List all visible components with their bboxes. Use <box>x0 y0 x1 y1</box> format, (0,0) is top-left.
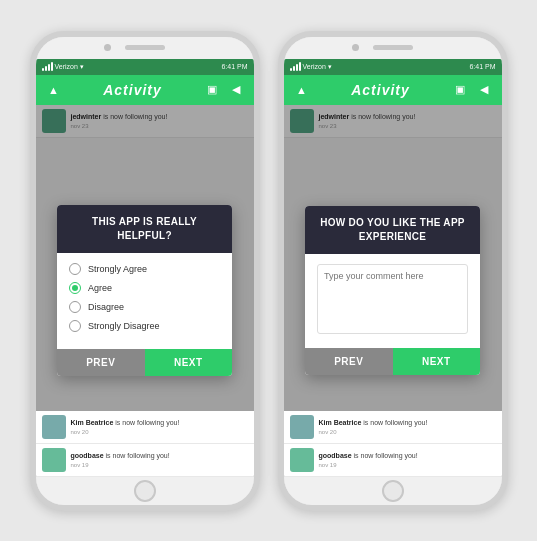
phone-screen: Verizon ▾ 6:41 PM ▲ Activity ▣ ◀ j <box>36 59 254 477</box>
feed-background-2: jedwinter is now following you! nov 23 H… <box>284 105 502 477</box>
label-agree: Agree <box>88 283 112 293</box>
feed-item-3: goodbase is now following you! nov 19 <box>36 444 254 477</box>
speaker <box>125 45 165 50</box>
avatar-2-2 <box>290 415 314 439</box>
feed-text-2-2: Kim Beatrice is now following you! <box>319 418 428 427</box>
label-strongly-agree: Strongly Agree <box>88 264 147 274</box>
front-camera <box>104 44 111 51</box>
speaker-2 <box>373 45 413 50</box>
modal-buttons-2: PREV NEXT <box>305 348 480 375</box>
wifi-icon-2: ▾ <box>328 63 332 71</box>
radio-disagree[interactable] <box>69 301 81 313</box>
power-button <box>258 127 260 157</box>
home-button[interactable] <box>134 480 156 502</box>
feed-item-2: Kim Beatrice is now following you! nov 2… <box>36 411 254 444</box>
home-button-2[interactable] <box>382 480 404 502</box>
feed-username-3: goodbase <box>71 452 104 459</box>
video-icon: ▣ <box>202 83 222 96</box>
feed-username-2-3: goodbase <box>319 452 352 459</box>
radio-strongly-agree[interactable] <box>69 263 81 275</box>
label-disagree: Disagree <box>88 302 124 312</box>
header-right-icons: ▣ ◀ <box>202 83 246 96</box>
modal-buttons: PREV NEXT <box>57 349 232 376</box>
survey-modal: THIS APP IS REALLY HELPFUL? Strongly Agr… <box>57 205 232 376</box>
avatar-3 <box>42 448 66 472</box>
phone-top <box>36 37 254 59</box>
status-bar: Verizon ▾ 6:41 PM <box>36 59 254 75</box>
modal-header: THIS APP IS REALLY HELPFUL? <box>57 205 232 253</box>
feed-text-2-3: goodbase is now following you! <box>319 451 418 460</box>
phone-1: Verizon ▾ 6:41 PM ▲ Activity ▣ ◀ j <box>30 31 260 511</box>
label-strongly-disagree: Strongly Disagree <box>88 321 160 331</box>
comment-modal: HOW DO YOU LIKE THE APP EXPERIENCE PREV … <box>305 206 480 375</box>
signal-icon-2 <box>290 62 301 71</box>
video-icon-2: ▣ <box>450 83 470 96</box>
carrier-info-2: Verizon ▾ <box>290 62 332 71</box>
feed-item-2-3: goodbase is now following you! nov 19 <box>284 444 502 477</box>
feed-date-2: nov 20 <box>71 429 180 435</box>
time-display: 6:41 PM <box>221 63 247 70</box>
phone-screen-2: Verizon ▾ 6:41 PM ▲ Activity ▣ ◀ j <box>284 59 502 477</box>
next-button-2[interactable]: NEXT <box>393 348 481 375</box>
camera-icon-2: ◀ <box>474 83 494 96</box>
carrier-info: Verizon ▾ <box>42 62 84 71</box>
status-right-2: 6:41 PM <box>469 63 495 70</box>
bottom-feed-2: Kim Beatrice is now following you! nov 2… <box>284 411 502 477</box>
header-title-2: Activity <box>312 82 450 98</box>
phone-bottom-2 <box>284 477 502 505</box>
alert-icon: ▲ <box>44 84 64 96</box>
modal-title: THIS APP IS REALLY HELPFUL? <box>69 215 220 243</box>
power-button-2 <box>506 127 508 157</box>
alert-icon-2: ▲ <box>292 84 312 96</box>
option-strongly-disagree[interactable]: Strongly Disagree <box>69 320 220 332</box>
feed-text-2: Kim Beatrice is now following you! <box>71 418 180 427</box>
camera-icon: ◀ <box>226 83 246 96</box>
option-agree[interactable]: Agree <box>69 282 220 294</box>
app-header: ▲ Activity ▣ ◀ <box>36 75 254 105</box>
front-camera-2 <box>352 44 359 51</box>
header-right-icons-2: ▣ ◀ <box>450 83 494 96</box>
option-strongly-agree[interactable]: Strongly Agree <box>69 263 220 275</box>
status-right: 6:41 PM <box>221 63 247 70</box>
volume-button-2 <box>278 117 280 139</box>
comment-textarea[interactable] <box>317 264 468 334</box>
feed-date-2-3: nov 19 <box>319 462 418 468</box>
modal-header-2: HOW DO YOU LIKE THE APP EXPERIENCE <box>305 206 480 254</box>
feed-text-3: goodbase is now following you! <box>71 451 170 460</box>
time-display-2: 6:41 PM <box>469 63 495 70</box>
carrier-name: Verizon <box>55 63 78 70</box>
modal-body: Strongly Agree Agree Disagree <box>57 253 232 349</box>
feed-item-2-2: Kim Beatrice is now following you! nov 2… <box>284 411 502 444</box>
prev-button[interactable]: PREV <box>57 349 145 376</box>
avatar-2 <box>42 415 66 439</box>
prev-button-2[interactable]: PREV <box>305 348 393 375</box>
carrier-name-2: Verizon <box>303 63 326 70</box>
avatar-2-3 <box>290 448 314 472</box>
feed-date-2-2: nov 20 <box>319 429 428 435</box>
radio-agree[interactable] <box>69 282 81 294</box>
feed-date-3: nov 19 <box>71 462 170 468</box>
status-bar-2: Verizon ▾ 6:41 PM <box>284 59 502 75</box>
signal-icon <box>42 62 53 71</box>
phone-bottom <box>36 477 254 505</box>
modal-body-2 <box>305 254 480 348</box>
modal-title-2: HOW DO YOU LIKE THE APP EXPERIENCE <box>317 216 468 244</box>
phone-2: Verizon ▾ 6:41 PM ▲ Activity ▣ ◀ j <box>278 31 508 511</box>
phone-top-2 <box>284 37 502 59</box>
radio-strongly-disagree[interactable] <box>69 320 81 332</box>
app-header-2: ▲ Activity ▣ ◀ <box>284 75 502 105</box>
header-title: Activity <box>64 82 202 98</box>
bottom-feed: Kim Beatrice is now following you! nov 2… <box>36 411 254 477</box>
feed-username-2: Kim Beatrice <box>71 419 114 426</box>
option-disagree[interactable]: Disagree <box>69 301 220 313</box>
feed-username-2-2: Kim Beatrice <box>319 419 362 426</box>
volume-button <box>30 117 32 139</box>
radio-dot-agree <box>72 285 78 291</box>
next-button[interactable]: NEXT <box>145 349 233 376</box>
wifi-icon: ▾ <box>80 63 84 71</box>
feed-background: jedwinter is now following you! nov 23 T… <box>36 105 254 477</box>
